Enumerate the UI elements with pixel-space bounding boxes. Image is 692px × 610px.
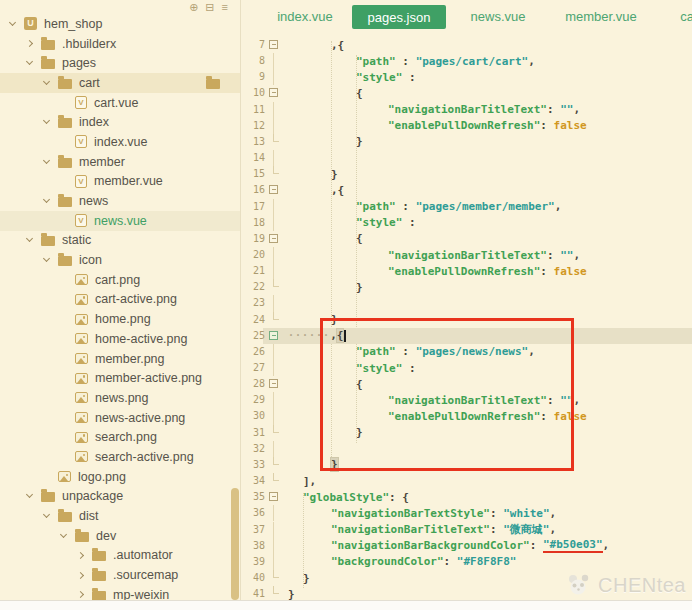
tree-item-home-active-png[interactable]: home-active.png <box>0 329 240 349</box>
code-line-7[interactable]: 7,{ <box>241 37 692 53</box>
code-line-19[interactable]: 19{ <box>241 231 692 247</box>
tree-item-search-active-png[interactable]: search-active.png <box>0 447 240 467</box>
code-text: } <box>288 279 363 295</box>
chevron-down-icon[interactable] <box>26 235 33 242</box>
folder-icon <box>58 512 72 522</box>
chevron-down-icon[interactable] <box>43 117 50 124</box>
sidebar-scrollbar[interactable] <box>231 488 239 600</box>
image-file-icon <box>75 294 88 305</box>
locate-file-icon[interactable]: ⊕ <box>189 1 198 14</box>
code-line-11[interactable]: 11"navigationBarTitleText": "", <box>241 102 692 118</box>
tree-item--automator[interactable]: .automator <box>0 546 240 566</box>
tree-item-news-active-png[interactable]: news-active.png <box>0 408 240 428</box>
tree-item-home-png[interactable]: home.png <box>0 309 240 329</box>
tree-item-label: static <box>62 233 91 247</box>
punctuation: : <box>547 103 560 116</box>
code-line-17[interactable]: 17"path" : "pages/member/member", <box>241 199 692 215</box>
code-line-15[interactable]: 15} <box>241 166 692 182</box>
code-line-16[interactable]: 16,{ <box>241 182 692 198</box>
chevron-down-icon[interactable] <box>9 19 16 26</box>
tree-item-label: home.png <box>95 312 151 326</box>
code-line-13[interactable]: 13} <box>241 134 692 150</box>
code-line-35[interactable]: 35"globalStyle": { <box>241 489 692 505</box>
code-line-14[interactable]: 14 <box>241 150 692 166</box>
tree-item-cart[interactable]: cart <box>0 73 240 93</box>
menu-icon[interactable]: ≡ <box>222 1 228 14</box>
tab-member-vue[interactable]: member.vue <box>549 0 653 33</box>
tree-item-hem-shop[interactable]: Uhem_shop <box>0 14 240 34</box>
chevron-down-icon[interactable] <box>43 157 50 164</box>
tree-item-index-vue[interactable]: Vindex.vue <box>0 132 240 152</box>
boolean-value: false <box>554 119 587 132</box>
tree-item-dist[interactable]: dist <box>0 506 240 526</box>
fold-guide <box>273 69 274 85</box>
code-line-20[interactable]: 20"navigationBarTitleText": "", <box>241 247 692 263</box>
chevron-right-icon[interactable] <box>77 591 84 598</box>
code-line-12[interactable]: 12"enablePullDownRefresh": false <box>241 118 692 134</box>
fold-toggle-icon[interactable] <box>269 234 278 243</box>
tree-item-dev[interactable]: dev <box>0 526 240 546</box>
tree-item-news-vue[interactable]: Vnews.vue <box>0 211 240 231</box>
chevron-right-icon[interactable] <box>77 572 84 579</box>
tree-item-cart-png[interactable]: cart.png <box>0 270 240 290</box>
tree-item-member-vue[interactable]: Vmember.vue <box>0 172 240 192</box>
code-line-22[interactable]: 22} <box>241 279 692 295</box>
tree-item-member[interactable]: member <box>0 152 240 172</box>
explorer-toolbar: ⊕⊟≡ <box>189 1 228 14</box>
tree-item-member-png[interactable]: member.png <box>0 349 240 369</box>
fold-toggle-icon[interactable] <box>269 492 278 501</box>
folder-icon <box>92 551 106 561</box>
tab-index-vue[interactable]: index.vue <box>259 0 351 33</box>
tab-cart[interactable]: cart <box>656 0 692 33</box>
chevron-down-icon[interactable] <box>43 255 50 262</box>
fold-toggle-icon[interactable] <box>269 40 278 49</box>
tab-news-vue[interactable]: news.vue <box>453 0 543 33</box>
code-line-8[interactable]: 8"path" : "pages/cart/cart", <box>241 53 692 69</box>
tree-item-label: member.png <box>95 352 164 366</box>
chevron-down-icon[interactable] <box>43 78 50 85</box>
chevron-down-icon[interactable] <box>43 511 50 518</box>
tree-item-icon[interactable]: icon <box>0 250 240 270</box>
fold-toggle-icon[interactable] <box>269 331 278 340</box>
tree-item--hbuilderx[interactable]: .hbuilderx <box>0 34 240 54</box>
fold-toggle-icon[interactable] <box>269 379 278 388</box>
tab-pages-json[interactable]: pages.json <box>352 5 446 29</box>
tree-item-index[interactable]: index <box>0 112 240 132</box>
tree-item-member-active-png[interactable]: member-active.png <box>0 368 240 388</box>
tree-item-news[interactable]: news <box>0 191 240 211</box>
code-line-10[interactable]: 10{ <box>241 85 692 101</box>
code-text: "navigationBarTitleText": "微商城", <box>288 522 556 538</box>
code-line-21[interactable]: 21"enablePullDownRefresh": false <box>241 263 692 279</box>
collapse-all-icon[interactable]: ⊟ <box>205 1 214 14</box>
chevron-down-icon[interactable] <box>26 491 33 498</box>
code-line-23[interactable]: 23 <box>241 295 692 311</box>
code-line-38[interactable]: 38"navigationBarBackgroundColor": "#b50e… <box>241 538 692 554</box>
tree-item-static[interactable]: static <box>0 231 240 251</box>
punctuation: { <box>356 232 363 245</box>
code-line-36[interactable]: 36"navigationBarTextStyle": "white", <box>241 505 692 521</box>
tree-item-cart-vue[interactable]: Vcart.vue <box>0 93 240 113</box>
chevron-right-icon[interactable] <box>26 40 33 47</box>
tree-item-search-png[interactable]: search.png <box>0 427 240 447</box>
chevron-down-icon[interactable] <box>26 58 33 65</box>
chevron-down-icon[interactable] <box>43 196 50 203</box>
tree-item-label: mp-weixin <box>113 588 169 600</box>
code-line-37[interactable]: 37"navigationBarTitleText": "微商城", <box>241 522 692 538</box>
fold-toggle-icon[interactable] <box>269 88 278 97</box>
tree-item-mp-weixin[interactable]: mp-weixin <box>0 585 240 600</box>
chevron-down-icon[interactable] <box>60 531 67 538</box>
tree-item-pages[interactable]: pages <box>0 53 240 73</box>
code-line-9[interactable]: 9"style" : <box>241 69 692 85</box>
tree-item-news-png[interactable]: news.png <box>0 388 240 408</box>
line-number: 19 <box>243 233 265 244</box>
tree-item-logo-png[interactable]: logo.png <box>0 467 240 487</box>
chevron-right-icon[interactable] <box>77 552 84 559</box>
code-line-34[interactable]: 34], <box>241 473 692 489</box>
tree-item--sourcemap[interactable]: .sourcemap <box>0 565 240 585</box>
image-file-icon <box>58 471 71 482</box>
tree-item-cart-active-png[interactable]: cart-active.png <box>0 290 240 310</box>
code-line-39[interactable]: 39"backgroundColor": "#F8F8F8" <box>241 554 692 570</box>
tree-item-unpackage[interactable]: unpackage <box>0 487 240 507</box>
code-line-18[interactable]: 18"style" : <box>241 215 692 231</box>
fold-toggle-icon[interactable] <box>269 185 278 194</box>
